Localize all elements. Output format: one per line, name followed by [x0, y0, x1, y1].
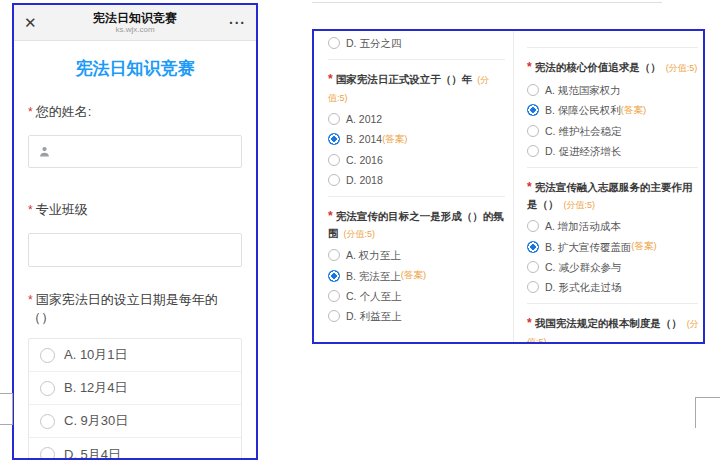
required-mark: * [28, 293, 33, 307]
question-text: 我国宪法规定的根本制度是（） [535, 317, 682, 329]
name-field-label-text: 您的姓名: [36, 104, 92, 119]
option-label: C. 个人至上 [346, 290, 401, 302]
radio-icon[interactable] [328, 113, 340, 125]
radio-icon[interactable] [40, 348, 55, 363]
radio-icon[interactable] [328, 154, 340, 166]
option-label: C. 维护社会稳定 [545, 125, 621, 137]
option-label: A. 规范国家权力 [545, 84, 621, 96]
option-label: C. 9月30日 [64, 412, 128, 430]
radio-icon[interactable] [328, 37, 340, 49]
option-row[interactable]: D. 促进经济增长 [527, 145, 700, 157]
option-row[interactable]: C. 减少群众参与 [527, 261, 700, 273]
class-field-label: *专业班级 [28, 201, 242, 219]
wechat-titlebar: ✕ 宪法日知识竞赛 ks.wjx.com ··· [14, 5, 256, 41]
radio-icon[interactable] [328, 249, 340, 261]
question-divider [527, 303, 698, 304]
question-divider [527, 167, 698, 168]
option-label: A. 权力至上 [346, 249, 401, 261]
question-text: 宪法宣传融入志愿服务的主要作用是（） [527, 181, 692, 211]
option-row[interactable]: B. 2014(答案) [328, 133, 507, 146]
radio-icon[interactable] [328, 310, 340, 322]
radio-icon[interactable] [527, 261, 539, 273]
question-title: *我国宪法规定的根本制度是（）(分值:5) [527, 314, 700, 344]
answer-tag: (答案) [401, 269, 426, 282]
option-label: D. 2018 [346, 174, 383, 186]
question-divider [328, 59, 505, 60]
radio-selected-icon[interactable] [527, 241, 539, 253]
option-row[interactable]: A. 增加活动成本 [527, 220, 700, 232]
radio-icon[interactable] [328, 174, 340, 186]
required-mark: * [328, 209, 333, 223]
option-row[interactable]: B. 扩大宣传覆盖面(答案) [527, 240, 700, 253]
survey-form: 宪法日知识竞赛 *您的姓名: *专业班级 *国家宪法日的设立日期是每年的（） A… [14, 57, 256, 460]
option-label: B. 扩大宣传覆盖面 [545, 241, 631, 253]
option-row[interactable]: A. 10月1日 [29, 339, 241, 372]
question-label: *国家宪法日的设立日期是每年的（） [28, 291, 242, 327]
required-mark: * [527, 316, 532, 330]
question-title: *宪法的核心价值追求是（）(分值:5) [527, 58, 700, 77]
class-input[interactable] [28, 233, 242, 267]
required-mark: * [527, 60, 532, 74]
options-card: A. 10月1日B. 12月4日C. 9月30日D. 5月4日 [28, 338, 242, 460]
option-row[interactable]: C. 个人至上 [328, 290, 507, 302]
answer-tag: (答案) [621, 104, 646, 117]
option-row[interactable]: A. 2012 [328, 113, 507, 125]
radio-icon[interactable] [40, 414, 55, 429]
question-text: 宪法的核心价值追求是（） [535, 61, 661, 73]
name-input[interactable] [28, 135, 242, 168]
option-label: B. 2014 [346, 133, 382, 145]
option-row[interactable]: C. 9月30日 [29, 405, 241, 438]
radio-selected-icon[interactable] [527, 104, 539, 116]
class-field-label-text: 专业班级 [36, 202, 88, 217]
radio-icon[interactable] [527, 281, 539, 293]
radio-icon[interactable] [40, 381, 55, 396]
option-row[interactable]: C. 维护社会稳定 [527, 125, 700, 137]
required-mark: * [28, 105, 33, 119]
question-title: *国家宪法日正式设立于（）年(分值:5) [328, 70, 507, 106]
answer-tag: (答案) [382, 133, 407, 146]
option-row[interactable]: A. 规范国家权力 [527, 84, 700, 96]
option-row[interactable]: C. 2016 [328, 154, 507, 166]
option-label: A. 2012 [346, 113, 382, 125]
partial-window-edge-right [695, 397, 720, 428]
radio-icon[interactable] [527, 220, 539, 232]
titlebar-title: 宪法日知识竞赛 [93, 11, 177, 25]
option-row[interactable]: D. 5月4日 [29, 438, 241, 460]
required-mark: * [527, 180, 532, 194]
required-mark: * [28, 203, 33, 217]
close-icon[interactable]: ✕ [24, 15, 37, 30]
radio-icon[interactable] [527, 125, 539, 137]
option-row[interactable]: D. 形式化走过场 [527, 281, 700, 293]
score-badge: (分值:5) [666, 63, 698, 73]
user-icon [38, 145, 51, 158]
question-text: 国家宪法日正式设立于（）年 [336, 73, 473, 85]
partial-window-edge-left [0, 393, 13, 425]
option-row[interactable]: D. 2018 [328, 174, 507, 186]
quiz-column-right: *宪法的核心价值追求是（）(分值:5)A. 规范国家权力B. 保障公民权利(答案… [514, 31, 703, 342]
option-row[interactable]: A. 权力至上 [328, 249, 507, 261]
option-label: D. 5月4日 [64, 446, 121, 461]
option-label: D. 促进经济增长 [545, 145, 621, 157]
screenshot-canvas: ✕ 宪法日知识竞赛 ks.wjx.com ··· 宪法日知识竞赛 *您的姓名: … [0, 0, 720, 469]
radio-icon[interactable] [40, 447, 55, 460]
option-row[interactable]: D. 五分之四 [328, 37, 507, 49]
option-label: B. 12月4日 [64, 379, 128, 397]
radio-icon[interactable] [527, 84, 539, 96]
option-label: D. 利益至上 [346, 310, 401, 322]
radio-selected-icon[interactable] [328, 133, 340, 145]
page-title: 宪法日知识竞赛 [28, 57, 242, 80]
option-row[interactable]: B. 宪法至上(答案) [328, 269, 507, 282]
option-row[interactable]: B. 12月4日 [29, 372, 241, 405]
required-mark: * [328, 72, 333, 86]
titlebar-center: 宪法日知识竞赛 ks.wjx.com [14, 5, 256, 40]
option-label: A. 增加活动成本 [545, 220, 621, 232]
option-row[interactable]: D. 利益至上 [328, 310, 507, 322]
radio-icon[interactable] [527, 145, 539, 157]
option-label: A. 10月1日 [64, 346, 128, 364]
titlebar-url: ks.wjx.com [115, 25, 154, 35]
question-divider [527, 47, 698, 48]
radio-selected-icon[interactable] [328, 270, 340, 282]
more-menu-icon[interactable]: ··· [229, 16, 246, 30]
radio-icon[interactable] [328, 290, 340, 302]
option-row[interactable]: B. 保障公民权利(答案) [527, 104, 700, 117]
